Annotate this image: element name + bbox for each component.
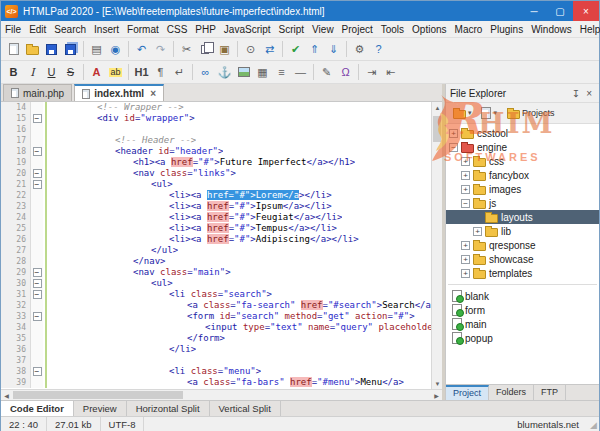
expand-toggle-icon[interactable]: + [449, 129, 458, 138]
italic-button[interactable]: I [23, 63, 42, 82]
browser-preview-button[interactable]: ◉ [106, 40, 125, 59]
view-tab-preview[interactable]: Preview [74, 401, 127, 416]
scroll-up-icon[interactable]: ▲ [432, 102, 442, 113]
page-item-main[interactable]: main [446, 317, 599, 331]
edit-comment-button[interactable]: ✎ [317, 63, 336, 82]
vendor-link[interactable]: blumentals.net [509, 417, 587, 431]
settings-button[interactable]: ⚙ [350, 40, 369, 59]
paste-button[interactable]: ▣ [215, 40, 234, 59]
horizontal-rule-button[interactable]: ― [291, 63, 310, 82]
tree-item-csstool[interactable]: +csstool [446, 126, 599, 140]
find-button[interactable]: ⊙ [241, 40, 260, 59]
menu-windows[interactable]: Windows [528, 22, 575, 37]
menu-edit[interactable]: Edit [26, 22, 49, 37]
underline-button[interactable]: U [42, 63, 61, 82]
explorer-folder-view-button[interactable]: ▾ [449, 104, 476, 122]
font-color-button[interactable]: A [87, 63, 106, 82]
fold-toggle-icon[interactable]: − [33, 147, 42, 156]
scroll-left-icon[interactable]: ◀ [1, 390, 12, 401]
explorer-new-file-button[interactable]: ▾ [477, 104, 501, 122]
ftp-download-button[interactable]: ⇓ [324, 40, 343, 59]
open-file-button[interactable] [23, 40, 42, 59]
explorer-tab-folders[interactable]: Folders [489, 385, 534, 400]
horizontal-scrollbar[interactable]: ◀ ▶ [1, 389, 442, 400]
ftp-upload-button[interactable]: ⇑ [305, 40, 324, 59]
tab-index.html[interactable]: index.html× [74, 84, 164, 101]
menu-help[interactable]: Help [577, 22, 600, 37]
minimize-button[interactable]: ─ [521, 1, 547, 21]
close-panel-icon[interactable]: × [583, 88, 595, 99]
view-tab-vertical-split[interactable]: Vertical Split [210, 401, 281, 416]
scroll-down-icon[interactable]: ▼ [432, 378, 442, 389]
insert-image-button[interactable] [234, 63, 253, 82]
projects-button[interactable]: Projects [503, 104, 559, 122]
insert-table-button[interactable]: ▦ [253, 63, 272, 82]
close-button[interactable]: × [573, 1, 599, 21]
tree-item-css[interactable]: +css [446, 154, 599, 168]
fold-toggle-icon[interactable]: − [33, 268, 42, 277]
help-button[interactable]: ? [369, 40, 388, 59]
fold-toggle-icon[interactable]: − [33, 279, 42, 288]
menu-insert[interactable]: Insert [91, 22, 122, 37]
tree-item-images[interactable]: +images [446, 182, 599, 196]
pin-icon[interactable]: ↧ [569, 88, 583, 99]
copy-button[interactable] [196, 40, 215, 59]
new-file-button[interactable] [4, 40, 23, 59]
tree-item-showcase[interactable]: +showcase [446, 252, 599, 266]
code-editor[interactable]: 14<!-- Wrapper -->15−<div id="wrapper">1… [1, 102, 442, 389]
bold-button[interactable]: B [4, 63, 23, 82]
fold-toggle-icon[interactable]: − [33, 367, 42, 376]
expand-toggle-icon[interactable]: + [461, 157, 470, 166]
menu-file[interactable]: File [2, 22, 24, 37]
fold-toggle-icon[interactable]: − [33, 180, 42, 189]
menu-view[interactable]: View [309, 22, 337, 37]
vertical-scrollbar[interactable]: ▲ ▼ [431, 102, 442, 389]
tree-item-engine[interactable]: −engine [446, 140, 599, 154]
expand-toggle-icon[interactable]: + [461, 241, 470, 250]
syntax-check-button[interactable]: ✔ [286, 40, 305, 59]
fold-toggle-icon[interactable]: − [33, 312, 42, 321]
save-all-button[interactable] [61, 40, 80, 59]
menu-php[interactable]: PHP [192, 22, 219, 37]
tab-main.php[interactable]: main.php [3, 84, 72, 101]
fold-toggle-icon[interactable]: − [33, 114, 42, 123]
find-replace-button[interactable]: ⇄ [260, 40, 279, 59]
tree-item-qresponse[interactable]: +qresponse [446, 238, 599, 252]
tree-item-fancybox[interactable]: +fancybox [446, 168, 599, 182]
tree-item-js[interactable]: −js [446, 196, 599, 210]
maximize-button[interactable]: ▢ [547, 1, 573, 21]
anchor-button[interactable]: ⚓ [215, 63, 234, 82]
horizontal-scroll-thumb[interactable] [13, 391, 183, 399]
bullet-list-button[interactable]: ≡ [272, 63, 291, 82]
view-tab-code-editor[interactable]: Code Editor [1, 401, 74, 416]
tree-item-layouts[interactable]: layouts [446, 210, 599, 224]
strikethrough-button[interactable]: S [61, 63, 80, 82]
menu-plugins[interactable]: Plugins [487, 22, 526, 37]
fold-toggle-icon[interactable]: − [33, 169, 42, 178]
paragraph-button[interactable]: ¶ [151, 63, 170, 82]
close-tab-icon[interactable]: × [150, 88, 156, 99]
hyperlink-button[interactable]: ∞ [196, 63, 215, 82]
page-item-popup[interactable]: popup [446, 331, 599, 345]
expand-toggle-icon[interactable]: + [473, 227, 482, 236]
menu-macro[interactable]: Macro [452, 22, 486, 37]
special-char-button[interactable]: Ω [336, 63, 355, 82]
resize-grip[interactable]: ◢ [587, 420, 599, 430]
tree-item-lib[interactable]: +lib [446, 224, 599, 238]
vertical-scroll-thumb[interactable] [433, 116, 441, 142]
cut-button[interactable]: ✂ [177, 40, 196, 59]
expand-toggle-icon[interactable]: + [461, 255, 470, 264]
menu-options[interactable]: Options [409, 22, 449, 37]
heading-button[interactable]: H1 [132, 63, 151, 82]
menu-search[interactable]: Search [51, 22, 89, 37]
page-item-blank[interactable]: blank [446, 289, 599, 303]
menu-css[interactable]: CSS [164, 22, 191, 37]
highlight-color-button[interactable]: ab [106, 63, 125, 82]
expand-toggle-icon[interactable]: + [461, 269, 470, 278]
menu-javascript[interactable]: JavaScript [221, 22, 274, 37]
explorer-tab-ftp[interactable]: FTP [534, 385, 566, 400]
expand-toggle-icon[interactable]: + [461, 171, 470, 180]
menu-format[interactable]: Format [124, 22, 162, 37]
indent-button[interactable]: ⇥ [362, 63, 381, 82]
line-break-button[interactable]: ↵ [170, 63, 189, 82]
